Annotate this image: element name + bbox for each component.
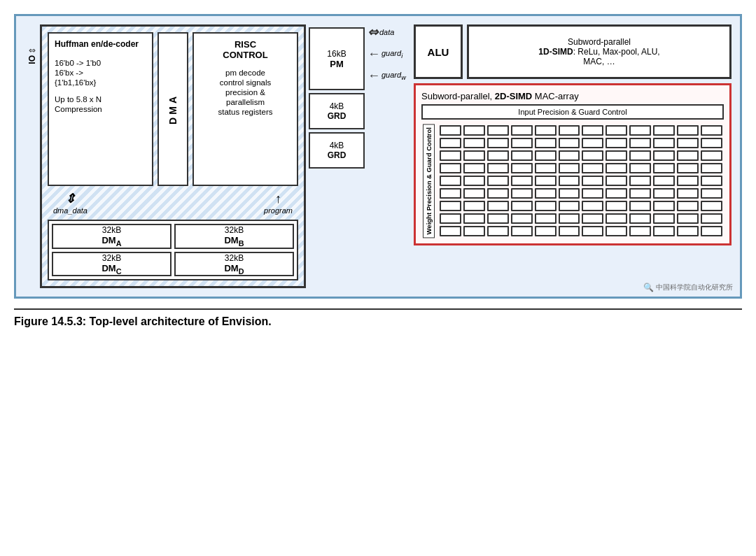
weight-precision-container: Weight Precision & Guard Control (421, 124, 435, 238)
dm-a-label: DMA (102, 235, 121, 248)
mac-cell (487, 213, 509, 224)
mac-cell (559, 163, 580, 173)
guard-w-label: guardw (382, 71, 406, 81)
mac-cell (511, 213, 533, 224)
mac-array-title: Subword-parallel, 2D-SIMD MAC-array (421, 91, 724, 101)
mac-cell (487, 138, 509, 148)
mac-cell (487, 176, 509, 186)
grd2-label: GRD (328, 150, 346, 160)
io-label: IO (27, 55, 37, 64)
mac-cell (463, 163, 485, 173)
huffman-title: Huffman en/de-coder (55, 39, 146, 49)
mac-cell (559, 138, 580, 148)
mac-cell (677, 163, 699, 173)
mac-cell (463, 176, 485, 186)
simd-1d-box: Subword-parallel 1D-SIMD: ReLu, Max-pool… (467, 24, 732, 79)
mac-cell (582, 188, 603, 199)
right-section: ALU Subword-parallel 1D-SIMD: ReLu, Max-… (414, 24, 732, 245)
mac-cell (629, 163, 651, 173)
mac-cell (653, 201, 675, 211)
mac-cell (582, 138, 603, 148)
mac-cell (701, 213, 722, 224)
mac-cell (463, 201, 485, 211)
mac-cell (701, 150, 722, 161)
grd1-size: 4kB (330, 101, 344, 111)
mac-cell (701, 188, 722, 199)
grd2-cell: 4kB GRD (309, 132, 365, 169)
mac-cell (629, 201, 651, 211)
simd-line3: MAC, … (538, 57, 659, 66)
mac-cell (606, 201, 627, 211)
dm-d-label: DMD (224, 263, 244, 276)
mac-cell (582, 176, 603, 186)
mac-cell (629, 125, 651, 136)
mac-cell (511, 188, 533, 199)
guard-i-label: guardi (382, 49, 402, 59)
mac-cell (606, 163, 627, 173)
mac-cell (535, 163, 556, 173)
mac-cell (511, 163, 533, 173)
mac-cell (701, 226, 722, 236)
mac-cell (701, 125, 722, 136)
program-arrow: ↑ program (264, 192, 293, 215)
mac-cell (701, 201, 722, 211)
guard-w-arrow: ← guardw (368, 69, 406, 83)
mac-cell (629, 188, 651, 199)
memory-grid-left: 32kB DMA 32kB DMB 32kB (48, 220, 298, 280)
risc-line4: parallelism (226, 98, 265, 106)
risc-box: RISC CONTROL pm decode control signals p… (192, 32, 298, 186)
left-outer-block: Huffman en/de-coder 16'b0 -> 1'b0 16'bx … (40, 24, 306, 288)
mac-cell (629, 150, 651, 161)
mac-cell (535, 138, 556, 148)
pm-label: PM (330, 59, 344, 69)
mac-cell (653, 150, 675, 161)
mac-cell (606, 150, 627, 161)
data-arrow-connector: ⇔ data (368, 24, 394, 40)
dm-c-sub: C (116, 266, 122, 275)
pm-size: 16kB (327, 49, 346, 59)
mac-cell (606, 176, 627, 186)
alu-box: ALU (414, 24, 463, 79)
mac-cell (677, 201, 699, 211)
dm-c-cell: 32kB DMC (52, 252, 172, 277)
mac-cell (487, 163, 509, 173)
mac-cell (535, 226, 556, 236)
mac-cell (701, 138, 722, 148)
huffman-line3: {1'b1,16'bx} (55, 78, 146, 87)
dm-d-cell: 32kB DMD (174, 252, 294, 277)
mac-cell (535, 201, 556, 211)
mac-cell (559, 150, 580, 161)
mac-cell (440, 213, 461, 224)
mac-cell (606, 226, 627, 236)
dm-c-label: DMC (102, 263, 121, 276)
risc-line1: pm decode (225, 69, 265, 77)
huffman-line2: 16'bx -> (55, 69, 146, 77)
mac-cell (677, 226, 699, 236)
mac-cell (582, 163, 603, 173)
risc-line3: precision & (225, 88, 265, 97)
mac-cell (701, 163, 722, 173)
pm-grd-column: 16kB PM 4kB GRD 4kB GRD (309, 24, 365, 171)
dm-b-size: 32kB (225, 225, 244, 235)
main-container: ⇔ IO Huffman en/de-coder 16'b0 -> 1'b0 1… (14, 14, 742, 331)
dm-b-cell: 32kB DMB (174, 224, 294, 249)
mac-cell (629, 138, 651, 148)
dm-a-sub: A (116, 239, 122, 248)
mac-cell (677, 125, 699, 136)
dm-b-sub: B (239, 239, 244, 248)
mac-cell (653, 138, 675, 148)
risc-line5: status registers (218, 108, 273, 116)
middle-connectors: ⇔ data ← guardi ← guardw (365, 24, 414, 93)
simd-line1: Subword-parallel (538, 37, 659, 47)
mac-cell (487, 226, 509, 236)
mac-grid-with-label: Weight Precision & Guard Control (421, 124, 724, 238)
mac-cell (440, 226, 461, 236)
mac-cell (535, 150, 556, 161)
data-label: data (379, 28, 394, 36)
mac-cell (606, 213, 627, 224)
mac-cell (677, 176, 699, 186)
mac-cell (582, 213, 603, 224)
mac-cell (559, 188, 580, 199)
left-top-row: Huffman en/de-coder 16'b0 -> 1'b0 16'bx … (48, 32, 298, 186)
mac-cell (653, 188, 675, 199)
